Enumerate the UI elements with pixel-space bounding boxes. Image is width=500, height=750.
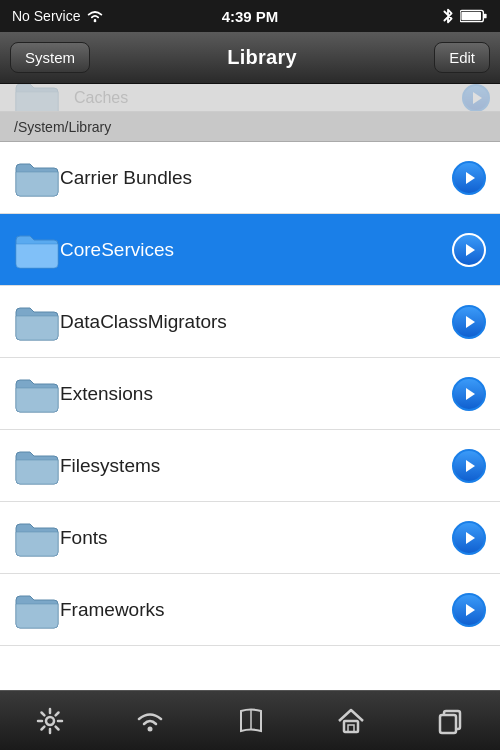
book-icon — [236, 707, 266, 735]
chevron-right-icon — [466, 460, 475, 472]
nav-bar: System Library Edit — [0, 32, 500, 84]
folder-icon — [14, 518, 60, 558]
chevron-right-icon — [466, 532, 475, 544]
folder-icon — [14, 230, 60, 270]
chevron-button[interactable] — [452, 449, 486, 483]
edit-button[interactable]: Edit — [434, 42, 490, 73]
list-item[interactable]: CoreServices — [0, 214, 500, 286]
file-list: Carrier BundlesCoreServicesDataClassMigr… — [0, 142, 500, 646]
list-item[interactable]: Fonts — [0, 502, 500, 574]
breadcrumb: /System/Library — [0, 112, 500, 142]
breadcrumb-path: /System/Library — [14, 119, 111, 135]
tab-wifi[interactable] — [135, 709, 165, 733]
status-bar: No Service 4:39 PM — [0, 0, 500, 32]
item-label: DataClassMigrators — [60, 311, 452, 333]
svg-point-4 — [46, 717, 54, 725]
chevron-right-icon — [466, 244, 475, 256]
time-display: 4:39 PM — [222, 8, 279, 25]
list-item[interactable]: Filesystems — [0, 430, 500, 502]
svg-rect-6 — [344, 721, 358, 732]
svg-rect-2 — [484, 14, 487, 19]
item-label: Fonts — [60, 527, 452, 549]
tab-library[interactable] — [236, 707, 266, 735]
wifi-icon — [86, 9, 104, 23]
gear-icon — [36, 707, 64, 735]
battery-icon — [460, 8, 488, 24]
chevron-right-icon — [466, 316, 475, 328]
tab-bar — [0, 690, 500, 750]
chevron-button[interactable] — [452, 377, 486, 411]
caches-label: Caches — [74, 89, 128, 107]
folder-icon — [14, 446, 60, 486]
item-label: Carrier Bundles — [60, 167, 452, 189]
folder-icon — [14, 374, 60, 414]
page-title: Library — [227, 46, 297, 69]
wifi-tab-icon — [135, 709, 165, 733]
list-item[interactable]: DataClassMigrators — [0, 286, 500, 358]
tab-home[interactable] — [337, 707, 365, 735]
chevron-button[interactable] — [452, 521, 486, 555]
chevron-right-icon — [466, 172, 475, 184]
list-item[interactable]: Carrier Bundles — [0, 142, 500, 214]
chevron-right-icon — [466, 604, 475, 616]
chevron-button[interactable] — [452, 233, 486, 267]
svg-point-5 — [147, 726, 152, 731]
back-button[interactable]: System — [10, 42, 90, 73]
folder-icon — [14, 302, 60, 342]
item-label: Extensions — [60, 383, 452, 405]
copy-icon — [436, 707, 464, 735]
svg-rect-9 — [440, 715, 456, 733]
list-item[interactable]: Extensions — [0, 358, 500, 430]
chevron-button[interactable] — [452, 593, 486, 627]
chevron-button[interactable] — [452, 305, 486, 339]
folder-icon — [14, 158, 60, 198]
item-label: Filesystems — [60, 455, 452, 477]
svg-point-0 — [94, 20, 97, 23]
list-item[interactable]: Frameworks — [0, 574, 500, 646]
bluetooth-icon — [442, 7, 454, 25]
chevron-button[interactable] — [452, 161, 486, 195]
chevron-right-icon — [466, 388, 475, 400]
folder-icon — [14, 590, 60, 630]
tab-copy[interactable] — [436, 707, 464, 735]
caches-row: Caches — [0, 84, 500, 112]
tab-settings[interactable] — [36, 707, 64, 735]
item-label: CoreServices — [60, 239, 452, 261]
no-service-text: No Service — [12, 8, 80, 24]
folder-icon-caches — [14, 84, 60, 112]
home-icon — [337, 707, 365, 735]
item-label: Frameworks — [60, 599, 452, 621]
svg-rect-3 — [461, 12, 481, 20]
